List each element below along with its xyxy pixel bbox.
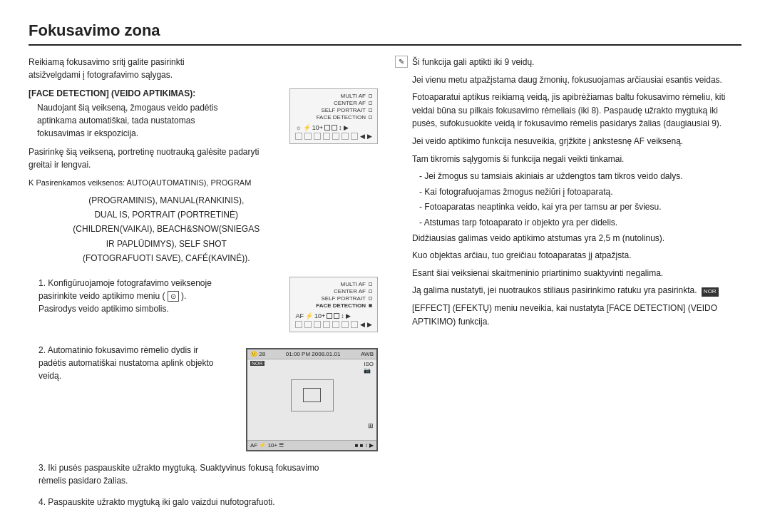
step1: 1. Konfigūruojamoje fotografavimo veikse… bbox=[29, 277, 282, 315]
note1: Ši funkcija gali aptikti iki 9 veidų. bbox=[412, 56, 741, 69]
note7: Kuo objektas arčiau, tuo greičiau fotoap… bbox=[412, 249, 741, 262]
dash-item-1: - Jei žmogus su tamsiais akiniais ar užd… bbox=[412, 170, 741, 183]
note2: Jei vienu metu atpažįstama daug žmonių, … bbox=[412, 73, 741, 87]
dash-list: - Jei žmogus su tamsiais akiniais ar užd… bbox=[412, 170, 741, 229]
camera-panel-1: MULTI AF CENTER AF SELF PORTRAIT FACE DE… bbox=[289, 88, 378, 144]
note-content: Ši funkcija gali aptikti iki 9 veidų. Je… bbox=[412, 56, 741, 332]
step2: 2. Automatinio fokusavimo rėmelio dydis … bbox=[29, 344, 225, 382]
left-column: Reikiamą fokusavimo sritį galite pasirin… bbox=[29, 56, 378, 517]
step4: 4. Paspauskite užrakto mygtuką iki galo … bbox=[29, 496, 378, 508]
k-label: K Pasirenkamos veiksenos: AUTO(AUTOMATIN… bbox=[29, 177, 282, 189]
face-detection-desc: Naudojant šią veikseną, žmogaus veido pa… bbox=[37, 101, 282, 140]
pasi-text: Pasirinkę šią veikseną, portretinę nuotr… bbox=[29, 145, 282, 171]
intro-text: Reikiamą fokusavimo sritį galite pasirin… bbox=[29, 56, 378, 81]
face-detection-label: [FACE DETECTION] (VEIDO APTIKIMAS): bbox=[29, 88, 282, 98]
right-column: ✎ Ši funkcija gali aptikti iki 9 veidų. … bbox=[395, 56, 741, 517]
dash-item-2: - Kai fotografuojamas žmogus nežiūri į f… bbox=[412, 185, 741, 199]
note5: Tam tikromis sąlygomis ši funkcija negal… bbox=[412, 153, 741, 166]
note4: Jei veido aptikimo funkcija nesuveikia, … bbox=[412, 135, 741, 148]
note3: Fotoaparatui aptikus reikiamą veidą, jis… bbox=[412, 91, 741, 131]
dash-item-4: - Atstumas tarp fotoaparato ir objekto y… bbox=[412, 216, 741, 230]
dash-item-3: - Fotoaparatas neaptinka veido, kai yra … bbox=[412, 200, 741, 214]
note10: [EFFECT] (EFEKTŲ) meniu neveikia, kai nu… bbox=[412, 302, 741, 328]
note-block: ✎ Ši funkcija gali aptikti iki 9 veidų. … bbox=[395, 56, 741, 332]
camera-panel-2: MULTI AF CENTER AF SELF PORTRAIT FACE DE… bbox=[289, 277, 378, 332]
page-title: Fokusavimo zona bbox=[29, 21, 741, 46]
nor-badge-inline: NOR bbox=[702, 287, 719, 296]
note6: Didžiausias galimas veido aptikimo atstu… bbox=[412, 232, 741, 245]
focus-inner-rect bbox=[303, 388, 321, 402]
nor-badge: NOR bbox=[250, 361, 265, 366]
focus-outer-rect bbox=[291, 379, 334, 411]
camera-screen: 🙂 28 01:00 PM 2008.01.01 AWB NOR ISO📷 ⊞ bbox=[246, 348, 378, 451]
note8: Esant šiai veiksienai skaitmeninio priar… bbox=[412, 267, 741, 280]
k-lines: (PROGRAMINIS), MANUAL(RANKINIS), DUAL IS… bbox=[50, 193, 282, 266]
note-icon: ✎ bbox=[395, 56, 408, 68]
step3: 3. Iki pusės paspauskite užrakto mygtuką… bbox=[29, 461, 378, 487]
note9: Ją galima nustatyti, jei nuotraukos stil… bbox=[412, 284, 741, 297]
